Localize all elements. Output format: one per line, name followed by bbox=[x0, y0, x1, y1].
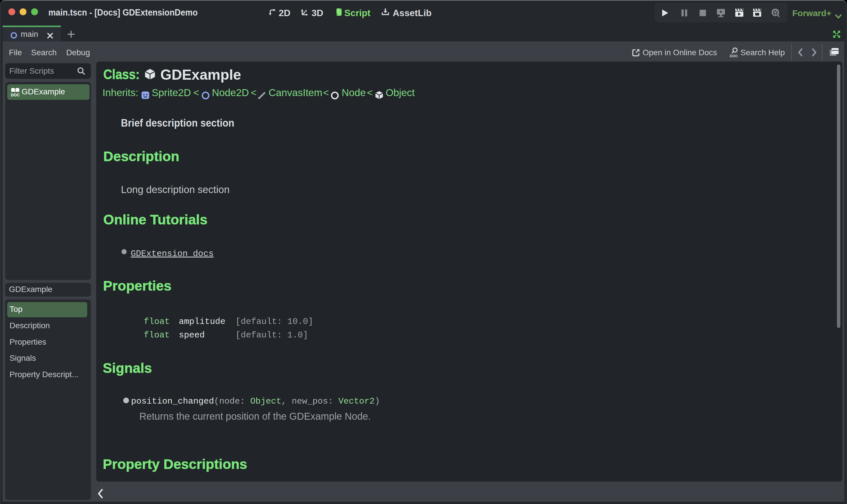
svg-text:DOC: DOC bbox=[730, 54, 739, 58]
svg-text:DOC: DOC bbox=[11, 93, 20, 97]
